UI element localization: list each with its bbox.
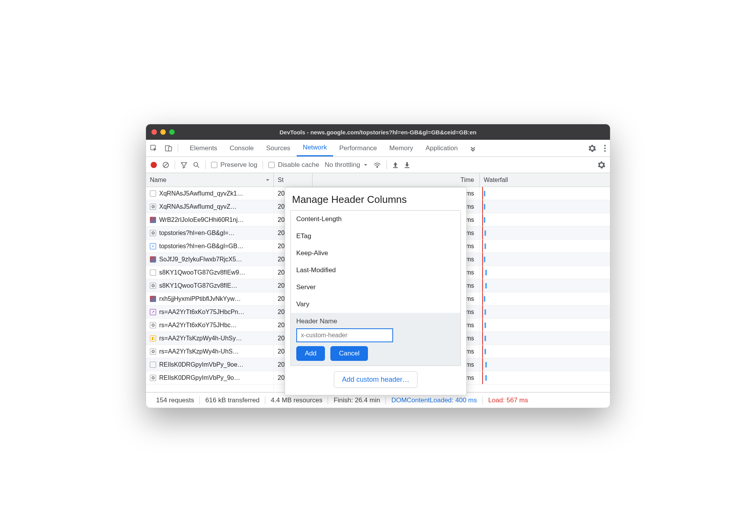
request-name: rs=AA2YrTt6xKoY75JHbc… [159,322,237,329]
header-column-item[interactable]: Server [291,279,460,296]
svg-point-4 [604,148,606,149]
request-waterfall [480,358,610,371]
upload-icon[interactable] [392,161,399,168]
table-header: Name St Time Waterfall [146,173,610,187]
request-waterfall [480,371,610,384]
tab-memory[interactable]: Memory [383,140,419,156]
tab-elements[interactable]: Elements [184,140,223,156]
traffic-lights [151,129,175,135]
svg-point-7 [194,162,198,166]
preserve-log-label: Preserve log [220,161,257,169]
network-conditions-icon[interactable] [373,162,381,168]
tab-application[interactable]: Application [419,140,464,156]
titlebar: DevTools - news.google.com/topstories?hl… [146,124,610,140]
column-name[interactable]: Name [146,173,274,187]
request-name: WrB22rlJoIoEe9CHhi60R1nj… [159,216,244,223]
request-waterfall [480,187,610,200]
disable-cache-checkbox[interactable]: Disable cache [268,161,319,169]
settings-icon[interactable] [588,144,596,152]
clear-icon[interactable] [162,161,169,168]
cancel-button[interactable]: Cancel [330,346,368,361]
header-column-item[interactable]: Content-Length [291,211,460,228]
request-waterfall [480,240,610,252]
request-waterfall [480,279,610,292]
file-type-icon [150,217,156,223]
column-time[interactable]: Time [313,173,480,187]
request-waterfall [480,345,610,358]
table-body: XqRNAsJ5AwfIumd_qyvZk1…202 msXqRNAsJ5Awf… [146,187,610,384]
panel-settings-icon[interactable] [598,161,605,169]
file-type-icon [150,269,156,276]
file-type-icon [150,204,156,210]
throttling-select[interactable]: No throttling [325,161,368,169]
file-type-icon [150,322,156,328]
panel-tabs: ElementsConsoleSourcesNetworkPerformance… [146,140,610,157]
request-name: s8KY1QwooTG87Gzv8fIEw9… [159,269,245,276]
download-icon[interactable] [404,161,410,168]
request-name: rs=AA2YrTsKzpWy4h-UhS… [159,348,239,355]
request-waterfall [480,213,610,226]
device-toggle-icon[interactable] [165,144,172,152]
request-waterfall [480,200,610,213]
request-name: XqRNAsJ5AwfIumd_qyvZ… [159,203,237,210]
more-tabs-icon[interactable] [464,145,482,152]
svg-rect-9 [393,167,398,168]
tab-network[interactable]: Network [297,140,333,156]
header-column-item[interactable]: ETag [291,228,460,245]
custom-header-form: Header Name Add Cancel [291,313,460,366]
maximize-window-button[interactable] [169,129,175,135]
tab-console[interactable]: Console [223,140,260,156]
header-column-item[interactable]: Last-Modified [291,262,460,279]
add-custom-header-button[interactable]: Add custom header… [334,371,418,388]
request-name: s8KY1QwooTG87Gzv8fIE… [159,282,237,289]
preserve-log-checkbox[interactable]: Preserve log [211,161,257,169]
svg-point-8 [376,166,378,167]
tab-sources[interactable]: Sources [260,140,296,156]
close-window-button[interactable] [151,129,157,135]
column-status[interactable]: St [274,173,313,187]
request-waterfall [480,305,610,318]
file-type-icon [150,309,156,315]
request-name: topstories?hl=en-GB&gl=GB… [159,243,244,250]
file-type-icon [150,283,156,289]
network-toolbar: Preserve log Disable cache No throttling [146,157,610,173]
header-list: Content-LengthETagKeep-AliveLast-Modifie… [290,210,461,366]
request-waterfall [480,227,610,239]
tabs-container: ElementsConsoleSourcesNetworkPerformance… [184,140,464,156]
record-button[interactable] [151,162,157,168]
header-name-label: Header Name [296,317,455,325]
request-waterfall [480,253,610,266]
file-type-icon [150,256,156,263]
request-name: topstories?hl=en-GB&gl=… [159,230,235,237]
inspect-icon[interactable] [150,144,158,152]
request-name: REIlsK0DRGpyImVbPy_9oe… [159,361,244,368]
column-waterfall[interactable]: Waterfall [480,173,610,187]
dialog-title: Manage Header Columns [285,187,466,210]
header-column-item[interactable]: Vary [291,296,460,313]
header-name-input[interactable] [296,328,393,342]
file-type-icon [150,375,156,381]
manage-header-columns-dialog: Manage Header Columns Content-LengthETag… [285,187,467,395]
request-name: rs=AA2YrTsKzpWy4h-UhSy… [159,335,242,342]
filter-icon[interactable] [180,161,187,168]
minimize-window-button[interactable] [160,129,166,135]
disable-cache-label: Disable cache [278,161,319,169]
status-resources: 4.4 MB resources [265,396,328,404]
request-name: REIlsK0DRGpyImVbPy_9o… [159,374,240,381]
file-type-icon [150,243,156,249]
file-type-icon [150,296,156,302]
svg-point-3 [604,145,606,146]
search-icon[interactable] [193,161,200,168]
request-waterfall [480,292,610,305]
request-waterfall [480,266,610,279]
status-domcontentloaded: DOMContentLoaded: 400 ms [386,396,483,404]
request-name: XqRNAsJ5AwfIumd_qyvZk1… [159,190,243,197]
status-finish: Finish: 26.4 min [328,396,386,404]
tab-performance[interactable]: Performance [333,140,383,156]
header-column-item[interactable]: Keep-Alive [291,245,460,262]
svg-point-5 [604,150,606,152]
kebab-menu-icon[interactable] [604,144,606,152]
request-waterfall [480,332,610,345]
window-title: DevTools - news.google.com/topstories?hl… [146,129,610,136]
add-button[interactable]: Add [296,346,325,361]
